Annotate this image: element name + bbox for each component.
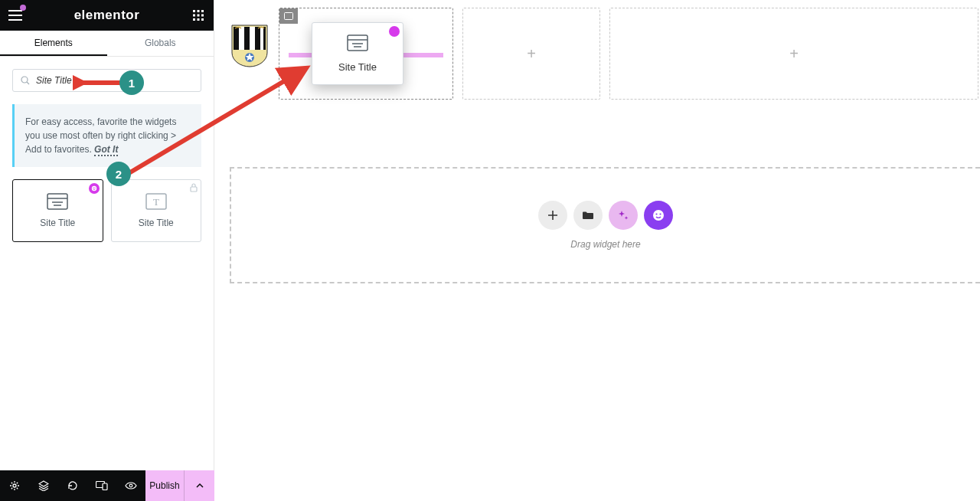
search-input[interactable] — [36, 75, 193, 86]
tab-globals[interactable]: Globals — [107, 31, 214, 56]
plus-icon: + — [527, 45, 536, 63]
header-dropzone-2[interactable]: + — [462, 8, 600, 100]
hamburger-icon — [8, 10, 22, 21]
svg-point-12 — [93, 188, 93, 188]
widgets-grid-button[interactable] — [183, 0, 214, 31]
text-title-icon: T — [145, 193, 167, 210]
svg-point-13 — [94, 188, 95, 188]
annotation-step-2: 2 — [106, 162, 131, 186]
devices-icon — [96, 481, 108, 490]
pro-badge-icon — [389, 26, 400, 37]
publish-button[interactable]: Publish — [145, 470, 184, 501]
svg-point-21 — [13, 484, 16, 487]
svg-rect-1 — [198, 10, 200, 12]
svg-rect-27 — [244, 27, 250, 50]
svg-rect-6 — [193, 18, 195, 21]
history-button[interactable] — [58, 470, 87, 501]
svg-point-36 — [653, 210, 664, 221]
folder-icon — [582, 211, 594, 220]
sparkle-icon — [617, 209, 629, 221]
svg-point-9 — [21, 77, 28, 83]
editor-sidebar: elementor Elements Globals For easy acce… — [0, 0, 214, 470]
svg-line-10 — [27, 82, 29, 84]
ai-suggest-button[interactable] — [609, 201, 638, 230]
main-dropzone[interactable]: Drag widget here — [230, 167, 980, 283]
svg-rect-3 — [193, 15, 195, 17]
svg-rect-23 — [103, 483, 107, 490]
svg-text:T: T — [153, 196, 159, 208]
svg-point-37 — [655, 213, 657, 214]
preview-button[interactable] — [116, 470, 145, 501]
eye-icon — [125, 482, 137, 490]
dropzone-hint: Drag widget here — [570, 239, 640, 250]
menu-button[interactable] — [0, 0, 31, 31]
grid-icon — [193, 10, 204, 21]
editor-canvas: Site Title + + Drag widget here — [214, 0, 980, 501]
sidebar-topbar: elementor — [0, 0, 214, 31]
add-section-button[interactable] — [538, 201, 567, 230]
pro-badge-icon — [89, 183, 100, 194]
svg-rect-2 — [201, 10, 204, 12]
svg-rect-5 — [201, 15, 204, 17]
svg-rect-14 — [47, 194, 67, 209]
layers-icon — [38, 480, 49, 491]
container-handle[interactable] — [279, 8, 298, 24]
widget-label: Site Title — [139, 218, 174, 228]
responsive-button[interactable] — [87, 470, 116, 501]
ai-face-icon — [652, 208, 665, 222]
header-dropzone-3[interactable]: + — [609, 8, 978, 100]
navigator-button[interactable] — [29, 470, 58, 501]
plus-icon — [547, 210, 558, 221]
brand-logo: elementor — [31, 8, 183, 23]
svg-point-38 — [659, 213, 661, 214]
svg-rect-31 — [285, 13, 293, 20]
lock-icon — [190, 183, 198, 195]
drag-widget-label: Site Title — [338, 61, 377, 73]
widget-site-title-locked[interactable]: T Site Title — [111, 179, 202, 242]
svg-rect-26 — [234, 27, 239, 50]
dropzone-actions — [538, 201, 673, 230]
widget-label: Site Title — [40, 218, 75, 228]
svg-rect-28 — [255, 27, 260, 50]
header-row: Site Title + + — [230, 8, 980, 100]
history-icon — [67, 480, 78, 491]
svg-rect-29 — [263, 27, 266, 50]
svg-rect-0 — [193, 10, 195, 12]
svg-rect-18 — [191, 187, 197, 192]
template-library-button[interactable] — [573, 201, 603, 230]
header-dropzone-1[interactable]: Site Title — [279, 8, 453, 100]
site-title-icon — [347, 34, 368, 54]
search-wrap — [0, 57, 214, 104]
gear-icon — [9, 480, 20, 491]
svg-rect-32 — [348, 35, 368, 51]
settings-button[interactable] — [0, 470, 29, 501]
tip-dismiss[interactable]: Got It — [94, 144, 118, 156]
container-icon — [284, 12, 293, 20]
club-crest-icon — [230, 24, 269, 68]
svg-point-11 — [91, 186, 96, 191]
widget-site-title-pro[interactable]: Site Title — [12, 179, 103, 242]
ai-generate-button[interactable] — [644, 201, 673, 230]
plus-icon: + — [789, 45, 799, 63]
svg-rect-7 — [198, 18, 200, 21]
svg-point-24 — [129, 484, 132, 487]
site-title-icon — [47, 193, 68, 210]
svg-rect-8 — [201, 18, 204, 21]
svg-rect-4 — [198, 15, 200, 17]
favorites-tip: For easy access, favorite the widgets yo… — [12, 104, 201, 167]
sidebar-bottombar: Publish — [0, 470, 214, 501]
widgets-list: Site Title T Site Title — [0, 179, 214, 242]
chevron-up-icon — [196, 483, 204, 488]
sidebar-tabs: Elements Globals — [0, 31, 214, 57]
tab-elements[interactable]: Elements — [0, 31, 107, 56]
dragging-widget[interactable]: Site Title — [312, 22, 403, 85]
search-field[interactable] — [12, 69, 201, 92]
publish-options-button[interactable] — [184, 470, 214, 501]
site-logo-preview — [230, 23, 270, 69]
annotation-step-1: 1 — [119, 70, 144, 95]
search-icon — [21, 76, 30, 85]
